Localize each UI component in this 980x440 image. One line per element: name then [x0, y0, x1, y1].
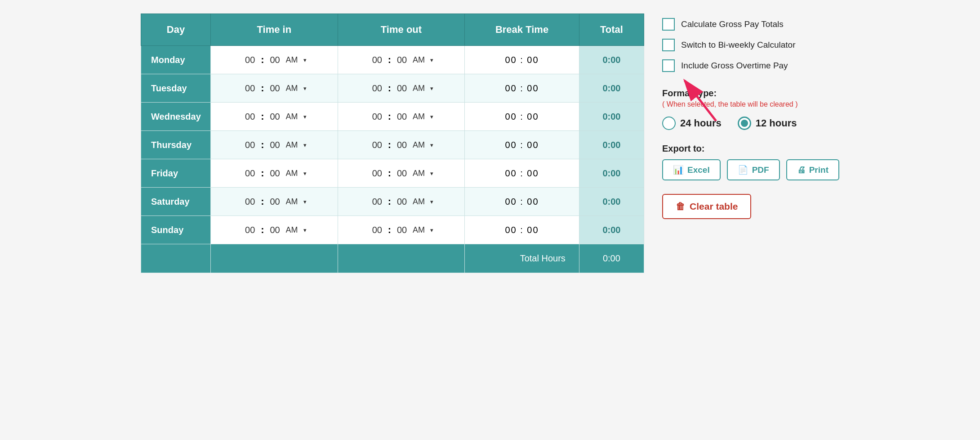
time-in-hour-input[interactable] [242, 140, 258, 150]
time-in-hour-input[interactable] [242, 112, 258, 122]
time-table-section: Day Time in Time out Break Time Total Mo… [141, 13, 644, 273]
time-in-hour-input[interactable] [242, 55, 258, 65]
time-out-separator: : [388, 54, 391, 66]
checkbox-label-biweekly: Switch to Bi-weekly Calculator [681, 40, 795, 50]
time-out-cell: : AM PM [338, 159, 465, 188]
time-in-min-input[interactable] [267, 83, 283, 94]
time-in-ampm-select[interactable]: AM PM [286, 55, 304, 64]
total-value: 0:00 [602, 225, 620, 235]
time-out-hour-input[interactable] [369, 55, 385, 65]
time-in-min-input[interactable] [267, 140, 283, 150]
time-in-ampm-select[interactable]: AM PM [286, 197, 304, 206]
time-in-cell: : AM PM [211, 103, 338, 131]
radio-24h[interactable]: 24 hours [662, 117, 722, 130]
clear-table-button[interactable]: 🗑 Clear table [662, 194, 751, 219]
time-out-cell: : AM PM [338, 46, 465, 74]
time-out-min-input[interactable] [394, 83, 410, 94]
time-out-hour-input[interactable] [369, 225, 385, 235]
footer-total-label: Total Hours [465, 244, 579, 273]
total-value: 0:00 [602, 197, 620, 207]
time-in-hour-input[interactable] [242, 225, 258, 235]
break-cell: 00 : 00 [465, 159, 579, 188]
break-value: 00 : 00 [505, 168, 539, 178]
time-out-min-input[interactable] [394, 225, 410, 235]
time-out-hour-input[interactable] [369, 140, 385, 150]
checkbox-box-calc-gross[interactable] [662, 18, 675, 31]
time-in-min-input[interactable] [267, 112, 283, 122]
export-excel-button[interactable]: 📊 Excel [662, 159, 721, 180]
time-out-hour-input[interactable] [369, 112, 385, 122]
time-out-ampm-select[interactable]: AM PM [413, 140, 431, 149]
footer-total-value: 0:00 [579, 244, 644, 273]
total-cell: 0:00 [579, 46, 644, 74]
col-header-total: Total [579, 14, 644, 46]
total-value: 0:00 [602, 55, 620, 65]
time-out-min-input[interactable] [394, 112, 410, 122]
break-cell: 00 : 00 [465, 131, 579, 159]
checkbox-group: Calculate Gross Pay Totals Switch to Bi-… [662, 18, 855, 72]
export-pdf-button[interactable]: 📄 PDF [727, 159, 780, 180]
time-out-ampm-select[interactable]: AM PM [413, 169, 431, 178]
pdf-icon: 📄 [738, 165, 748, 175]
checkbox-box-biweekly[interactable] [662, 39, 675, 51]
time-out-ampm-select[interactable]: AM PM [413, 55, 431, 64]
col-header-time-out: Time out [338, 14, 465, 46]
time-in-min-input[interactable] [267, 225, 283, 235]
time-out-separator: : [388, 139, 391, 151]
table-row: Monday : AM PM : AM [141, 46, 644, 74]
day-cell: Wednesday [141, 103, 211, 131]
day-cell: Thursday [141, 131, 211, 159]
checkbox-biweekly[interactable]: Switch to Bi-weekly Calculator [662, 39, 855, 51]
export-print-button[interactable]: 🖨 Print [786, 159, 839, 180]
radio-circle-12h[interactable] [738, 117, 751, 130]
time-in-ampm-select[interactable]: AM PM [286, 112, 304, 121]
time-out-ampm-select[interactable]: AM PM [413, 112, 431, 121]
export-pdf-label: PDF [752, 165, 769, 175]
time-in-separator: : [261, 111, 264, 122]
time-in-min-input[interactable] [267, 197, 283, 207]
time-in-ampm-select[interactable]: AM PM [286, 225, 304, 234]
time-out-hour-input[interactable] [369, 168, 385, 179]
time-out-cell: : AM PM [338, 188, 465, 216]
total-cell: 0:00 [579, 188, 644, 216]
total-cell: 0:00 [579, 74, 644, 103]
time-out-min-input[interactable] [394, 168, 410, 179]
time-table: Day Time in Time out Break Time Total Mo… [141, 13, 644, 273]
break-value: 00 : 00 [505, 55, 539, 65]
total-value: 0:00 [602, 112, 620, 121]
radio-group-wrapper: 24 hours 12 hours [662, 117, 855, 130]
radio-12h[interactable]: 12 hours [738, 117, 797, 130]
col-header-break-time: Break Time [465, 14, 579, 46]
time-in-separator: : [261, 167, 264, 179]
time-in-cell: : AM PM [211, 74, 338, 103]
time-in-min-input[interactable] [267, 55, 283, 65]
time-out-min-input[interactable] [394, 140, 410, 150]
time-in-ampm-select[interactable]: AM PM [286, 169, 304, 178]
time-out-min-input[interactable] [394, 197, 410, 207]
checkbox-box-overtime[interactable] [662, 59, 675, 72]
break-cell: 00 : 00 [465, 46, 579, 74]
time-out-ampm-select[interactable]: AM PM [413, 225, 431, 234]
time-in-hour-input[interactable] [242, 83, 258, 94]
time-out-hour-input[interactable] [369, 197, 385, 207]
time-out-hour-input[interactable] [369, 83, 385, 94]
time-in-hour-input[interactable] [242, 168, 258, 179]
total-value: 0:00 [602, 83, 620, 93]
time-in-min-input[interactable] [267, 168, 283, 179]
radio-circle-24h[interactable] [662, 117, 676, 130]
footer-empty-1 [141, 244, 211, 273]
format-type-label: Format type: [662, 88, 855, 99]
sidebar: Calculate Gross Pay Totals Switch to Bi-… [662, 13, 855, 219]
time-out-ampm-select[interactable]: AM PM [413, 197, 431, 206]
break-cell: 00 : 00 [465, 216, 579, 244]
time-out-ampm-select[interactable]: AM PM [413, 84, 431, 93]
total-cell: 0:00 [579, 131, 644, 159]
time-out-min-input[interactable] [394, 55, 410, 65]
time-in-hour-input[interactable] [242, 197, 258, 207]
checkbox-overtime[interactable]: Include Gross Overtime Pay [662, 59, 855, 72]
time-in-ampm-select[interactable]: AM PM [286, 140, 304, 149]
time-in-ampm-select[interactable]: AM PM [286, 84, 304, 93]
day-cell: Saturday [141, 188, 211, 216]
checkbox-calc-gross[interactable]: Calculate Gross Pay Totals [662, 18, 855, 31]
total-cell: 0:00 [579, 159, 644, 188]
